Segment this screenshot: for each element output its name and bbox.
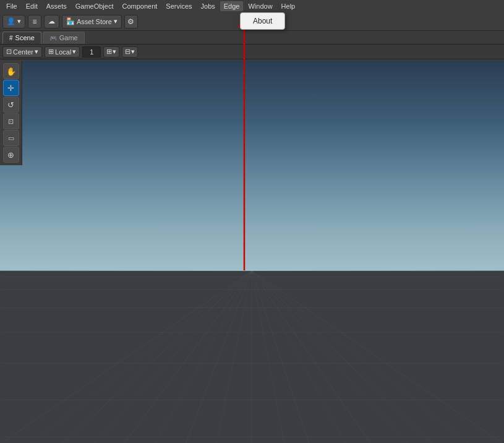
scene-view[interactable] — [0, 61, 504, 443]
ground-plane — [0, 271, 504, 443]
svg-line-14 — [252, 271, 432, 443]
scene-tab-icon: # — [9, 35, 13, 41]
game-tab-icon: 🎮 — [49, 35, 57, 41]
svg-line-18 — [155, 271, 252, 443]
menu-edge[interactable]: Edge — [220, 1, 244, 11]
svg-line-13 — [252, 271, 370, 443]
space-button[interactable]: ⊞ Local ▾ — [45, 46, 80, 58]
scene-tab-label: Scene — [15, 34, 35, 41]
svg-line-22 — [252, 271, 407, 443]
rotate-tool-button[interactable]: ↺ — [3, 97, 19, 113]
settings-button[interactable]: ⚙ — [124, 15, 138, 28]
number-field[interactable] — [82, 46, 101, 58]
menu-window[interactable]: Window — [244, 1, 276, 11]
cloud-icon: ☁ — [48, 17, 55, 25]
pivot-dropdown-icon: ▾ — [35, 48, 38, 56]
grid-dropdown-icon: ▾ — [113, 48, 116, 56]
grid-toggle-button[interactable]: ⊞ ▾ — [103, 46, 119, 58]
tab-scene[interactable]: # Scene — [2, 32, 41, 44]
svg-line-19 — [216, 271, 252, 443]
cloud-button[interactable]: ☁ — [44, 15, 59, 28]
scale-icon: ⊡ — [8, 118, 14, 126]
menu-gameobject[interactable]: GameObject — [72, 1, 117, 11]
svg-line-9 — [124, 271, 252, 443]
layers-button[interactable]: ≡ — [28, 15, 41, 28]
space-label: Local — [55, 48, 71, 56]
tab-game[interactable]: 🎮 Game — [43, 32, 85, 44]
asset-store-dropdown-icon: ▾ — [114, 17, 117, 25]
account-dropdown-icon: ▾ — [17, 17, 21, 25]
svg-line-21 — [252, 271, 346, 443]
menu-edit[interactable]: Edit — [22, 1, 41, 11]
about-label: About — [253, 17, 272, 25]
account-icon: 👤 — [7, 17, 15, 25]
move-icon: ✛ — [7, 84, 14, 93]
grid-lines — [0, 271, 504, 443]
settings-icon: ⚙ — [127, 17, 134, 26]
svg-line-23 — [252, 271, 469, 443]
rotate-icon: ↺ — [7, 100, 14, 110]
asset-store-label: Asset Store — [77, 18, 112, 25]
menu-jobs[interactable]: Jobs — [197, 1, 219, 11]
space-dropdown-icon: ▾ — [72, 48, 76, 56]
menu-component[interactable]: Component — [118, 1, 161, 11]
menu-file[interactable]: File — [2, 1, 21, 11]
snap-toggle-button[interactable]: ⊟ ▾ — [122, 46, 138, 58]
svg-line-8 — [63, 271, 252, 443]
svg-line-15 — [252, 271, 502, 443]
hand-icon: ✋ — [6, 67, 16, 76]
snap-dropdown-icon: ▾ — [131, 48, 135, 56]
rect-icon: ▭ — [8, 134, 14, 142]
rect-tool-button[interactable]: ▭ — [3, 130, 19, 146]
move-tool-button[interactable]: ✛ — [3, 80, 19, 96]
layers-icon: ≡ — [32, 17, 36, 26]
svg-line-20 — [252, 271, 284, 443]
space-icon: ⊞ — [48, 48, 54, 56]
svg-line-7 — [2, 271, 252, 443]
scale-tool-button[interactable]: ⊡ — [3, 113, 19, 129]
asset-store-button[interactable]: 🏪 Asset Store ▾ — [62, 15, 122, 28]
tab-bar: # Scene 🎮 Game — [0, 31, 504, 45]
snap-icon: ⊟ — [125, 48, 130, 56]
about-dropdown[interactable]: About — [240, 12, 285, 30]
tool-options-bar: ⊡ Center ▾ ⊞ Local ▾ ⊞ ▾ ⊟ ▾ — [0, 45, 504, 59]
menu-assets[interactable]: Assets — [43, 1, 70, 11]
svg-line-12 — [252, 271, 309, 443]
menu-bar: File Edit Assets GameObject Component Se… — [0, 0, 504, 12]
sky-background — [0, 61, 504, 271]
grid-icon: ⊞ — [106, 48, 112, 56]
account-button[interactable]: 👤 ▾ — [2, 15, 25, 28]
game-tab-label: Game — [59, 34, 78, 41]
pivot-button[interactable]: ⊡ Center ▾ — [2, 46, 42, 58]
transform-tool-button[interactable]: ⊕ — [3, 147, 19, 163]
asset-store-icon: 🏪 — [66, 17, 75, 25]
hand-tool-button[interactable]: ✋ — [3, 63, 19, 79]
pivot-icon: ⊡ — [6, 48, 12, 56]
transform-icon: ⊕ — [7, 150, 14, 160]
tool-sidebar: ✋ ✛ ↺ ⊡ ▭ ⊕ — [0, 61, 22, 165]
menu-services[interactable]: Services — [162, 1, 195, 11]
svg-line-17 — [94, 271, 252, 443]
menu-help[interactable]: Help — [278, 1, 299, 11]
pivot-label: Center — [13, 48, 33, 56]
